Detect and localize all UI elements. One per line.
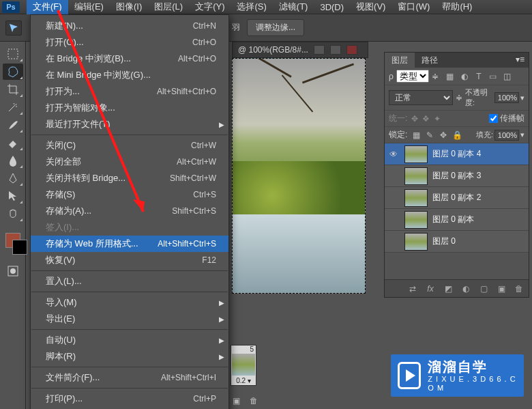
canvas[interactable] [232,58,366,294]
layers-panel-tabs: 图层 路径 ▾≡ [385,53,529,68]
filter-kind-select[interactable]: 类型 [396,70,429,83]
menu-item[interactable]: 最近打开文件(T)▶ [31,116,228,132]
layer-row[interactable]: 👁图层 0 副本 4 [385,143,529,165]
trash-icon[interactable]: 🗑 [514,284,524,294]
marquee-tool[interactable] [3,46,23,62]
unify-icon-2[interactable]: ❖ [422,114,430,124]
eraser-tool[interactable] [3,135,23,151]
menu-item[interactable]: 存储(S)Ctrl+S [31,186,228,203]
layer-list: 👁图层 0 副本 4图层 0 副本 3图层 0 副本 2图层 0 副本图层 0 [385,143,529,279]
menu-item[interactable]: 打印(P)...Ctrl+P [31,391,228,407]
menu-select[interactable]: 选择(S) [231,0,272,15]
menu-item[interactable]: 关闭全部Alt+Ctrl+W [31,154,228,170]
menu-help[interactable]: 帮助(H) [436,0,478,15]
menu-item[interactable]: 存储为 Web 所用格式...Alt+Shift+Ctrl+S [31,236,228,252]
menu-item[interactable]: 存储为(A)...Shift+Ctrl+S [31,203,228,219]
menu-edit[interactable]: 编辑(E) [68,0,110,15]
blend-mode-select[interactable]: 正常 [389,90,453,105]
link-layers-icon[interactable]: ⇄ [407,284,418,294]
propagate-label: 传播帧 [500,113,524,124]
menu-file[interactable]: 文件(F) [27,0,68,15]
delete-frame-icon[interactable]: 🗑 [248,395,259,406]
unify-row: 统一: ✥ ❖ ✦ 传播帧 [385,111,529,127]
window-close-button[interactable] [346,45,357,55]
path-select-tool[interactable] [3,188,23,204]
filter-smart-icon[interactable]: ◫ [503,72,512,81]
crop-tool[interactable] [3,81,23,98]
document-tab[interactable]: @ 100%(RGB/8#... [232,42,368,58]
adjustment-icon[interactable]: ◐ [460,284,471,294]
fx-icon[interactable]: fx [425,284,436,294]
layer-row[interactable]: 图层 0 [385,231,529,253]
menu-item[interactable]: 在 Bridge 中浏览(B)...Alt+Ctrl+O [31,51,228,67]
new-layer-icon[interactable]: ▣ [496,284,507,294]
layer-row[interactable]: 图层 0 副本 [385,209,529,231]
menu-filter[interactable]: 滤镜(T) [273,0,314,15]
fill-input[interactable] [494,130,519,141]
filter-adjust-icon[interactable]: ◐ [460,72,469,81]
magic-wand-tool[interactable] [3,99,23,115]
watermark-badge: 溜溜自学 Z I X U E . 3 D 6 6 . C O M [391,354,524,397]
hand-tool[interactable] [3,206,23,222]
layers-panel: 图层 路径 ▾≡ ρ 类型 ≑ ▦ ◐ T ▭ ◫ 正常 ≑ 不透明度: ▾ 统… [384,52,529,298]
opacity-label: 不透明度: [465,87,493,108]
mask-icon[interactable]: ◩ [443,284,454,294]
feather-label-icon: 羽 [232,22,240,33]
menu-layer[interactable]: 图层(L) [148,0,189,15]
lock-all-icon[interactable]: 🔒 [452,130,462,140]
menu-window[interactable]: 窗口(W) [391,0,436,15]
layer-row[interactable]: 图层 0 副本 3 [385,165,529,187]
pen-tool[interactable] [3,170,23,186]
menu-view[interactable]: 视图(V) [350,0,391,15]
menu-3d[interactable]: 3D(D) [314,0,350,14]
propagate-checkbox[interactable] [489,114,498,123]
menu-item[interactable]: 打开为...Alt+Shift+Ctrl+O [31,83,228,100]
layer-name: 图层 0 副本 [430,214,474,225]
menu-item[interactable]: 脚本(R)▶ [31,348,228,365]
tab-layers[interactable]: 图层 [385,53,415,68]
menu-item[interactable]: 置入(L)... [31,273,228,290]
panel-menu-icon[interactable]: ▾≡ [512,53,529,68]
refine-edge-button[interactable]: 调整边缘... [247,19,304,36]
group-icon[interactable]: ▢ [478,284,489,294]
blur-tool[interactable] [3,152,23,169]
lock-position-icon[interactable]: ✥ [439,130,448,140]
menu-item: 签入(I)... [31,219,228,236]
unify-icon-1[interactable]: ✥ [411,114,418,124]
background-color-swatch[interactable] [12,240,27,255]
menu-item[interactable]: 导入(M)▶ [31,294,228,311]
unify-icon-3[interactable]: ✦ [434,114,441,124]
opacity-input[interactable] [494,92,519,103]
menu-item[interactable]: 自动(U)▶ [31,332,228,348]
brush-tool[interactable] [3,117,23,133]
menu-item[interactable]: 关闭(C)Ctrl+W [31,137,228,154]
menu-item[interactable]: 新建(N)...Ctrl+N [31,18,228,34]
lock-fill-row: 锁定: ▦ ✎ ✥ 🔒 填充: ▾ [385,127,529,143]
filter-shape-icon[interactable]: ▭ [488,72,498,81]
menu-item[interactable]: 打开(O)...Ctrl+O [31,34,228,51]
menu-item[interactable]: 导出(E)▶ [31,311,228,327]
tool-strip [0,42,26,409]
filter-pixel-icon[interactable]: ▦ [445,72,455,81]
menu-item[interactable]: 恢复(V)F12 [31,252,228,268]
new-frame-icon[interactable]: ▣ [231,395,241,406]
lock-pixels-icon[interactable]: ✎ [425,130,434,140]
filter-type-icon[interactable]: T [474,72,484,81]
frame-duration[interactable]: 0.2 ▾ [231,376,256,385]
layer-row[interactable]: 图层 0 副本 2 [385,187,529,209]
menu-image[interactable]: 图像(I) [110,0,148,15]
menu-item[interactable]: 文件简介(F)...Alt+Shift+Ctrl+I [31,369,228,386]
quickmask-toggle[interactable] [3,263,23,279]
window-restore-button[interactable] [330,45,341,55]
visibility-eye-icon[interactable]: 👁 [385,150,402,159]
lock-transparent-icon[interactable]: ▦ [411,130,421,140]
menu-item[interactable]: 打开为智能对象... [31,100,228,116]
menu-item[interactable]: 关闭并转到 Bridge...Shift+Ctrl+W [31,170,228,186]
tab-paths[interactable]: 路径 [415,53,445,68]
menu-item[interactable]: 在 Mini Bridge 中浏览(G)... [31,67,228,83]
tool-preset-icon[interactable] [5,20,22,36]
lasso-tool[interactable] [3,64,23,80]
timeline-frame[interactable]: 5 0.2 ▾ [231,345,256,386]
menu-type[interactable]: 文字(Y) [189,0,231,15]
window-minimize-button[interactable] [314,45,325,55]
